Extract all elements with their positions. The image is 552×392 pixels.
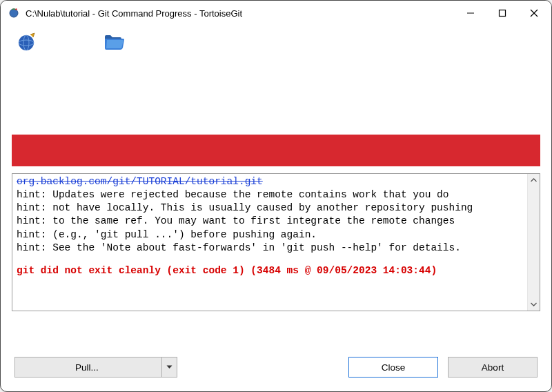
minimize-button[interactable] bbox=[455, 2, 486, 24]
svg-point-1 bbox=[15, 8, 17, 10]
close-button-label: Close bbox=[382, 362, 406, 373]
close-window-button[interactable] bbox=[518, 2, 550, 24]
log-error-line: git did not exit cleanly (exit code 1) (… bbox=[17, 264, 524, 277]
scroll-up-icon[interactable] bbox=[528, 174, 540, 186]
maximize-button[interactable] bbox=[486, 2, 518, 24]
log-output[interactable]: org.backlog.com/git/TUTORIAL/tutorial.gi… bbox=[12, 174, 527, 311]
header-spacer bbox=[1, 59, 551, 135]
svg-rect-3 bbox=[500, 10, 506, 17]
log-hint-line: hint: not have locally. This is usually … bbox=[17, 202, 473, 213]
pull-button-label: Pull... bbox=[75, 362, 99, 373]
pull-button[interactable]: Pull... bbox=[14, 357, 177, 378]
toolbar bbox=[1, 26, 551, 59]
app-icon bbox=[8, 7, 20, 19]
svg-point-0 bbox=[10, 9, 18, 17]
svg-line-5 bbox=[531, 10, 538, 17]
globe-icon[interactable] bbox=[14, 30, 39, 55]
error-status-bar bbox=[12, 135, 540, 166]
log-hint-line: hint: See the 'Note about fast-forwards'… bbox=[17, 242, 461, 253]
log-hint-line: hint: to the same ref. You may want to f… bbox=[17, 215, 455, 226]
log-hint-line: hint: Updates were rejected because the … bbox=[17, 189, 449, 200]
close-button[interactable]: Close bbox=[348, 357, 438, 378]
button-row: Pull... Close Abort bbox=[1, 344, 551, 391]
abort-button[interactable]: Abort bbox=[448, 357, 538, 378]
window-title: C:\Nulab\tutorial - Git Command Progress… bbox=[26, 8, 455, 19]
svg-line-4 bbox=[531, 10, 538, 17]
log-hint-line: hint: (e.g., 'git pull ...') before push… bbox=[17, 229, 317, 240]
scroll-down-icon[interactable] bbox=[528, 298, 540, 311]
svg-point-6 bbox=[19, 35, 34, 50]
log-panel: org.backlog.com/git/TUTORIAL/tutorial.gi… bbox=[12, 173, 540, 311]
log-url-line: org.backlog.com/git/TUTORIAL/tutorial.gi… bbox=[17, 176, 263, 187]
titlebar: C:\Nulab\tutorial - Git Command Progress… bbox=[1, 1, 551, 26]
log-scrollbar[interactable] bbox=[527, 174, 540, 311]
abort-button-label: Abort bbox=[482, 362, 504, 373]
app-window: C:\Nulab\tutorial - Git Command Progress… bbox=[0, 0, 552, 392]
pull-dropdown-handle[interactable] bbox=[161, 357, 177, 377]
chevron-down-icon bbox=[166, 365, 172, 369]
folder-icon[interactable] bbox=[101, 30, 126, 55]
